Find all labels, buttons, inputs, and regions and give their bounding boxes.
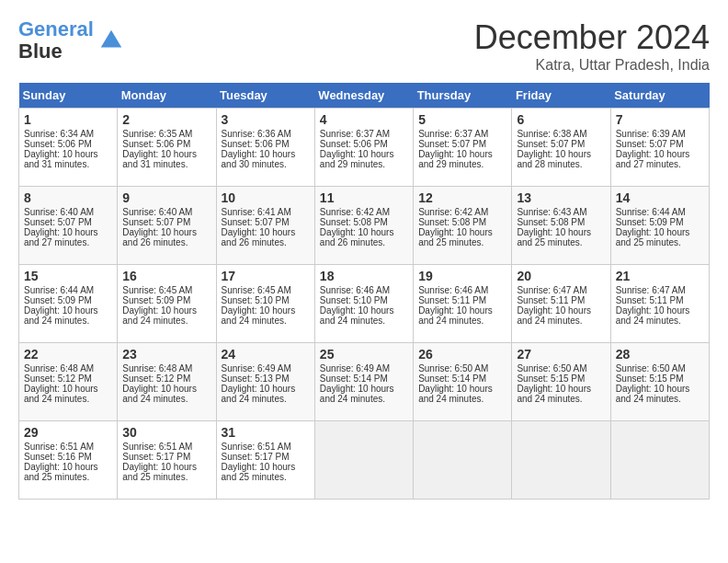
day-number: 27 [517, 347, 605, 362]
sunrise-label: Sunrise: 6:51 AM [222, 442, 291, 452]
sunrise-label: Sunrise: 6:44 AM [24, 285, 94, 295]
sunset-label: Sunset: 5:06 PM [24, 139, 92, 149]
daylight-label: Daylight: 10 hours and 29 minutes. [320, 149, 394, 169]
day-header-monday: Monday [118, 83, 216, 109]
day-number: 2 [122, 112, 210, 127]
daylight-label: Daylight: 10 hours and 31 minutes. [24, 149, 98, 169]
logo-text: GeneralBlue [18, 18, 94, 63]
sunset-label: Sunset: 5:07 PM [122, 217, 190, 227]
day-number: 20 [517, 269, 605, 283]
sunrise-label: Sunrise: 6:51 AM [24, 442, 94, 452]
day-header-wednesday: Wednesday [314, 83, 413, 109]
sunset-label: Sunset: 5:10 PM [222, 295, 290, 305]
sunset-label: Sunset: 5:08 PM [517, 217, 585, 227]
calendar-row: 8Sunrise: 6:40 AMSunset: 5:07 PMDaylight… [19, 187, 710, 265]
day-number: 7 [616, 112, 704, 127]
sunset-label: Sunset: 5:13 PM [222, 373, 290, 384]
calendar-row: 22Sunrise: 6:48 AMSunset: 5:12 PMDayligh… [19, 343, 710, 421]
sunrise-label: Sunrise: 6:48 AM [122, 363, 192, 373]
day-cell: 20Sunrise: 6:47 AMSunset: 5:11 PMDayligh… [512, 265, 610, 343]
sunset-label: Sunset: 5:11 PM [418, 295, 486, 305]
logo: GeneralBlue [18, 18, 125, 63]
day-cell: 23Sunrise: 6:48 AMSunset: 5:12 PMDayligh… [118, 343, 216, 421]
sunrise-label: Sunrise: 6:38 AM [517, 129, 586, 139]
day-cell: 3Sunrise: 6:36 AMSunset: 5:06 PMDaylight… [216, 109, 314, 187]
daylight-label: Daylight: 10 hours and 25 minutes. [517, 227, 591, 247]
sunset-label: Sunset: 5:08 PM [418, 217, 486, 227]
calendar-header-row: SundayMondayTuesdayWednesdayThursdayFrid… [19, 83, 710, 109]
day-cell: 9Sunrise: 6:40 AMSunset: 5:07 PMDaylight… [118, 187, 216, 265]
sunrise-label: Sunrise: 6:43 AM [517, 207, 586, 217]
sunrise-label: Sunrise: 6:45 AM [122, 285, 192, 295]
day-cell: 1Sunrise: 6:34 AMSunset: 5:06 PMDaylight… [19, 109, 118, 187]
sunset-label: Sunset: 5:11 PM [616, 295, 684, 305]
day-header-sunday: Sunday [19, 83, 118, 109]
day-number: 11 [320, 190, 408, 205]
sunset-label: Sunset: 5:16 PM [24, 452, 92, 462]
sunset-label: Sunset: 5:17 PM [122, 452, 190, 462]
daylight-label: Daylight: 10 hours and 26 minutes. [222, 227, 296, 247]
sunrise-label: Sunrise: 6:37 AM [320, 129, 390, 139]
daylight-label: Daylight: 10 hours and 24 minutes. [517, 305, 591, 326]
daylight-label: Daylight: 10 hours and 31 minutes. [122, 149, 197, 169]
day-cell: 12Sunrise: 6:42 AMSunset: 5:08 PMDayligh… [414, 187, 512, 265]
day-number: 12 [418, 190, 506, 205]
daylight-label: Daylight: 10 hours and 25 minutes. [122, 462, 197, 482]
calendar-body: 1Sunrise: 6:34 AMSunset: 5:06 PMDaylight… [19, 109, 710, 500]
sunrise-label: Sunrise: 6:39 AM [616, 129, 686, 139]
day-cell: 17Sunrise: 6:45 AMSunset: 5:10 PMDayligh… [216, 265, 314, 343]
sunset-label: Sunset: 5:15 PM [517, 373, 585, 384]
empty-cell [512, 421, 610, 500]
daylight-label: Daylight: 10 hours and 24 minutes. [24, 305, 98, 326]
sunrise-label: Sunrise: 6:45 AM [222, 285, 291, 295]
day-number: 15 [24, 269, 112, 283]
day-number: 28 [616, 347, 704, 362]
day-number: 4 [320, 112, 408, 127]
day-number: 22 [24, 347, 112, 362]
day-number: 25 [320, 347, 408, 362]
daylight-label: Daylight: 10 hours and 29 minutes. [418, 149, 493, 169]
day-cell: 4Sunrise: 6:37 AMSunset: 5:06 PMDaylight… [314, 109, 413, 187]
day-cell: 5Sunrise: 6:37 AMSunset: 5:07 PMDaylight… [414, 109, 512, 187]
sunrise-label: Sunrise: 6:34 AM [24, 129, 94, 139]
sunrise-label: Sunrise: 6:40 AM [122, 207, 192, 217]
sunrise-label: Sunrise: 6:50 AM [517, 363, 586, 373]
day-cell: 25Sunrise: 6:49 AMSunset: 5:14 PMDayligh… [314, 343, 413, 421]
calendar-row: 15Sunrise: 6:44 AMSunset: 5:09 PMDayligh… [19, 265, 710, 343]
day-cell: 27Sunrise: 6:50 AMSunset: 5:15 PMDayligh… [512, 343, 610, 421]
daylight-label: Daylight: 10 hours and 25 minutes. [24, 462, 98, 482]
sunset-label: Sunset: 5:11 PM [517, 295, 585, 305]
day-number: 18 [320, 269, 408, 283]
sunset-label: Sunset: 5:06 PM [222, 139, 290, 149]
day-cell: 22Sunrise: 6:48 AMSunset: 5:12 PMDayligh… [19, 343, 118, 421]
day-cell: 14Sunrise: 6:44 AMSunset: 5:09 PMDayligh… [610, 187, 709, 265]
sunrise-label: Sunrise: 6:42 AM [320, 207, 390, 217]
sunset-label: Sunset: 5:06 PM [122, 139, 190, 149]
page-header: GeneralBlue December 2024 Katra, Uttar P… [18, 18, 710, 74]
day-number: 19 [418, 269, 506, 283]
calendar-row: 29Sunrise: 6:51 AMSunset: 5:16 PMDayligh… [19, 421, 710, 500]
daylight-label: Daylight: 10 hours and 25 minutes. [418, 227, 493, 247]
day-cell: 10Sunrise: 6:41 AMSunset: 5:07 PMDayligh… [216, 187, 314, 265]
day-cell: 7Sunrise: 6:39 AMSunset: 5:07 PMDaylight… [610, 109, 709, 187]
day-cell: 13Sunrise: 6:43 AMSunset: 5:08 PMDayligh… [512, 187, 610, 265]
sunset-label: Sunset: 5:10 PM [320, 295, 388, 305]
day-cell: 18Sunrise: 6:46 AMSunset: 5:10 PMDayligh… [314, 265, 413, 343]
daylight-label: Daylight: 10 hours and 24 minutes. [24, 384, 98, 404]
daylight-label: Daylight: 10 hours and 28 minutes. [517, 149, 591, 169]
day-cell: 11Sunrise: 6:42 AMSunset: 5:08 PMDayligh… [314, 187, 413, 265]
day-number: 16 [122, 269, 210, 283]
sunset-label: Sunset: 5:12 PM [24, 373, 92, 384]
day-header-saturday: Saturday [610, 83, 709, 109]
daylight-label: Daylight: 10 hours and 24 minutes. [122, 384, 197, 404]
day-number: 30 [122, 425, 210, 440]
sunrise-label: Sunrise: 6:40 AM [24, 207, 94, 217]
day-number: 31 [222, 425, 310, 440]
day-cell: 16Sunrise: 6:45 AMSunset: 5:09 PMDayligh… [118, 265, 216, 343]
svg-marker-0 [101, 30, 122, 48]
day-cell: 2Sunrise: 6:35 AMSunset: 5:06 PMDaylight… [118, 109, 216, 187]
daylight-label: Daylight: 10 hours and 25 minutes. [222, 462, 296, 482]
sunset-label: Sunset: 5:07 PM [418, 139, 486, 149]
day-cell: 19Sunrise: 6:46 AMSunset: 5:11 PMDayligh… [414, 265, 512, 343]
daylight-label: Daylight: 10 hours and 27 minutes. [24, 227, 98, 247]
